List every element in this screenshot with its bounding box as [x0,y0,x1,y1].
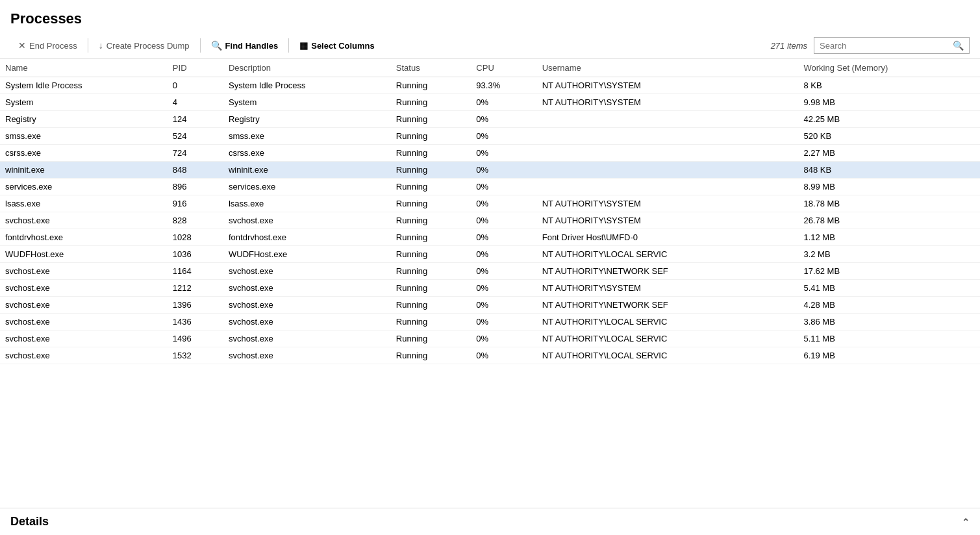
col-header-username[interactable]: Username [537,59,799,77]
cell-name: svchost.exe [0,212,168,229]
cell-status: Running [391,347,471,364]
cell-memory: 848 KB [798,162,980,179]
col-header-name[interactable]: Name [0,59,168,77]
cell-status: Running [391,297,471,314]
col-header-description[interactable]: Description [223,59,391,77]
cell-username: NT AUTHORITY\LOCAL SERVIC [537,330,799,347]
cell-pid: 1164 [168,263,223,280]
col-header-pid[interactable]: PID [168,59,223,77]
cell-description: svchost.exe [223,314,391,330]
cell-cpu: 0% [471,330,536,347]
cell-status: Running [391,145,471,162]
columns-icon: ▦ [299,40,308,51]
cell-description: Registry [223,111,391,128]
cell-username: NT AUTHORITY\LOCAL SERVIC [537,246,799,263]
cell-pid: 4 [168,94,223,111]
table-row[interactable]: wininit.exe848wininit.exeRunning0%848 KB [0,162,980,179]
search-loop-icon: 🔍 [211,40,222,51]
toolbar: ✕ End Process ↓ Create Process Dump 🔍 Fi… [0,32,980,59]
cell-username: NT AUTHORITY\SYSTEM [537,195,799,212]
cell-memory: 9.98 MB [798,94,980,111]
cell-username [537,111,799,128]
divider-2 [200,38,201,53]
cell-memory: 3.86 MB [798,314,980,330]
cell-cpu: 0% [471,347,536,364]
find-handles-button[interactable]: 🔍 Find Handles [203,36,286,55]
end-process-button[interactable]: ✕ End Process [10,36,85,55]
process-table: Name PID Description Status CPU Username… [0,59,980,364]
table-header-row: Name PID Description Status CPU Username… [0,59,980,77]
col-header-cpu[interactable]: CPU [471,59,536,77]
cell-username: NT AUTHORITY\LOCAL SERVIC [537,314,799,330]
table-row[interactable]: WUDFHost.exe1036WUDFHost.exeRunning0%NT … [0,246,980,263]
cell-status: Running [391,128,471,145]
col-header-memory[interactable]: Working Set (Memory) [798,59,980,77]
table-row[interactable]: lsass.exe916lsass.exeRunning0%NT AUTHORI… [0,195,980,212]
cell-cpu: 0% [471,280,536,297]
cell-name: System [0,94,168,111]
cell-pid: 916 [168,195,223,212]
cell-status: Running [391,77,471,94]
cell-description: csrss.exe [223,145,391,162]
cell-status: Running [391,212,471,229]
cell-cpu: 0% [471,246,536,263]
cell-memory: 18.78 MB [798,195,980,212]
cell-name: svchost.exe [0,314,168,330]
table-container: Name PID Description Status CPU Username… [0,59,980,493]
cell-memory: 17.62 MB [798,263,980,280]
table-row[interactable]: fontdrvhost.exe1028fontdrvhost.exeRunnin… [0,229,980,246]
cell-description: System [223,94,391,111]
table-row[interactable]: svchost.exe1164svchost.exeRunning0%NT AU… [0,263,980,280]
cell-username [537,145,799,162]
table-row[interactable]: svchost.exe1396svchost.exeRunning0%NT AU… [0,297,980,314]
table-row[interactable]: services.exe896services.exeRunning0%8.99… [0,179,980,195]
cell-name: lsass.exe [0,195,168,212]
cell-status: Running [391,246,471,263]
cell-pid: 896 [168,179,223,195]
col-header-status[interactable]: Status [391,59,471,77]
table-row[interactable]: svchost.exe1532svchost.exeRunning0%NT AU… [0,347,980,364]
table-row[interactable]: svchost.exe1212svchost.exeRunning0%NT AU… [0,280,980,297]
download-icon: ↓ [99,40,103,51]
cell-username: NT AUTHORITY\NETWORK SEF [537,263,799,280]
cell-username [537,179,799,195]
table-row[interactable]: svchost.exe1436svchost.exeRunning0%NT AU… [0,314,980,330]
cell-description: services.exe [223,179,391,195]
table-row[interactable]: System Idle Process0System Idle ProcessR… [0,77,980,94]
create-dump-button[interactable]: ↓ Create Process Dump [91,36,197,55]
find-handles-label: Find Handles [225,41,279,51]
x-icon: ✕ [18,40,26,51]
table-row[interactable]: svchost.exe828svchost.exeRunning0%NT AUT… [0,212,980,229]
end-process-label: End Process [29,41,77,51]
cell-cpu: 0% [471,229,536,246]
cell-name: WUDFHost.exe [0,246,168,263]
search-box: 🔍 [814,37,970,54]
table-row[interactable]: Registry124RegistryRunning0%42.25 MB [0,111,980,128]
cell-username [537,162,799,179]
cell-name: Registry [0,111,168,128]
table-row[interactable]: csrss.exe724csrss.exeRunning0%2.27 MB [0,145,980,162]
cell-pid: 1436 [168,314,223,330]
table-row[interactable]: svchost.exe1496svchost.exeRunning0%NT AU… [0,330,980,347]
cell-username: NT AUTHORITY\SYSTEM [537,280,799,297]
table-row[interactable]: System4SystemRunning0%NT AUTHORITY\SYSTE… [0,94,980,111]
cell-pid: 524 [168,128,223,145]
search-input[interactable] [820,41,953,51]
cell-cpu: 0% [471,263,536,280]
cell-description: fontdrvhost.exe [223,229,391,246]
cell-name: System Idle Process [0,77,168,94]
cell-description: lsass.exe [223,195,391,212]
cell-description: svchost.exe [223,297,391,314]
cell-pid: 1212 [168,280,223,297]
cell-name: services.exe [0,179,168,195]
cell-username: Font Driver Host\UMFD-0 [537,229,799,246]
cell-pid: 848 [168,162,223,179]
cell-status: Running [391,314,471,330]
cell-memory: 26.78 MB [798,212,980,229]
select-columns-button[interactable]: ▦ Select Columns [292,36,383,55]
cell-username: NT AUTHORITY\SYSTEM [537,94,799,111]
divider-3 [288,38,289,53]
item-count: 271 items [771,41,807,51]
table-row[interactable]: smss.exe524smss.exeRunning0%520 KB [0,128,980,145]
cell-memory: 3.2 MB [798,246,980,263]
